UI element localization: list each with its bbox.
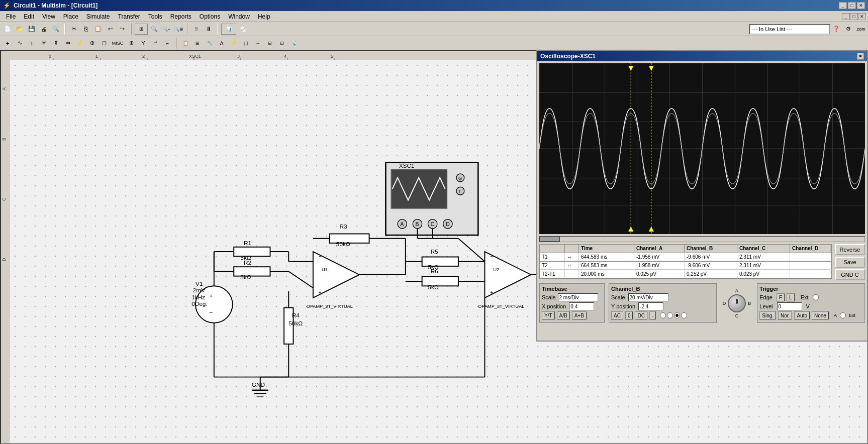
ext-label: Ext <box>801 294 809 300</box>
add-btn[interactable]: + <box>2 38 13 49</box>
ab-btn[interactable]: A/B <box>557 311 570 319</box>
menu-options[interactable]: Options <box>196 11 224 22</box>
node-btn[interactable]: ⊕ <box>86 38 98 49</box>
measure-btn[interactable]: ⊡ <box>276 38 287 49</box>
grapher-btn[interactable]: 📈 <box>237 24 248 35</box>
menu-help[interactable]: Help <box>254 11 274 22</box>
instrument-btn[interactable]: 📊 <box>221 24 236 35</box>
minimize-btn[interactable]: _ <box>839 2 847 9</box>
sing-btn[interactable]: Sing. <box>759 311 776 319</box>
rect-btn[interactable]: ◻ <box>99 38 110 49</box>
undo-btn[interactable]: ↩ <box>105 24 116 35</box>
updown-btn[interactable]: ⇕ <box>50 38 61 49</box>
apb-btn[interactable]: A+B <box>572 311 587 319</box>
menu-transfer[interactable]: Transfer <box>114 11 144 22</box>
chb-scale-input[interactable] <box>628 293 668 301</box>
menu-window[interactable]: Window <box>224 11 254 22</box>
menu-edit[interactable]: Edit <box>20 11 38 22</box>
yt-btn[interactable]: Y/T <box>542 311 555 319</box>
arrow-btn[interactable]: ↕ <box>26 38 37 49</box>
menu-simulate[interactable]: Simulate <box>82 11 114 22</box>
zoom-box-btn[interactable]: ⊞ <box>135 24 148 35</box>
ac-btn[interactable]: AC <box>611 311 623 319</box>
print-preview-btn[interactable]: 🔍 <box>50 24 61 35</box>
close-btn[interactable]: ✕ <box>857 2 865 9</box>
zero-btn[interactable]: 0 <box>625 311 633 319</box>
level-input[interactable] <box>777 302 802 310</box>
pause-btn[interactable]: ⏸ <box>203 24 214 35</box>
flip-btn[interactable]: ⇔ <box>62 38 73 49</box>
misc-btn[interactable]: MISC <box>111 38 125 49</box>
open-btn[interactable]: 📂 <box>14 24 25 35</box>
net-btn[interactable]: ∆ <box>216 38 227 49</box>
menu-place[interactable]: Place <box>59 11 82 22</box>
zoom-in-btn[interactable]: 🔍 <box>149 24 160 35</box>
cut-btn[interactable]: ✂ <box>68 24 79 35</box>
none-btn[interactable]: None <box>812 311 829 319</box>
wave-btn[interactable]: ∿ <box>14 38 25 49</box>
print-btn[interactable]: 🖨 <box>38 24 49 35</box>
maximize-btn[interactable]: □ <box>848 2 856 9</box>
nor-btn[interactable]: Nor. <box>778 311 792 319</box>
spreadsheet-btn[interactable]: 📋 <box>180 38 191 49</box>
zoom-out-btn[interactable]: 🔍− <box>161 24 172 35</box>
digital-btn[interactable]: ⁻ˡ <box>150 38 161 49</box>
radio-1[interactable] <box>660 312 666 318</box>
chb-ypos-input[interactable] <box>638 302 663 310</box>
osc-close-btn[interactable]: ✕ <box>857 53 864 60</box>
radio-2[interactable] <box>667 312 673 318</box>
probe-btn[interactable]: 📡 <box>288 38 300 49</box>
star-btn[interactable]: ✳ <box>38 38 49 49</box>
radio-3[interactable] <box>674 312 680 318</box>
help-btn[interactable]: ❓ <box>831 24 842 35</box>
xpos-input[interactable] <box>569 302 594 310</box>
component-btn[interactable]: ⚡ <box>74 38 85 49</box>
menu-reports[interactable]: Reports <box>166 11 196 22</box>
step-btn[interactable]: ⌐ <box>162 38 173 49</box>
sep5 <box>176 38 177 49</box>
grid-btn[interactable]: ⊞ <box>192 38 203 49</box>
redo-btn[interactable]: ↪ <box>117 24 128 35</box>
ab-knob[interactable] <box>728 294 746 312</box>
pcb-btn[interactable]: 🔧 <box>204 38 215 49</box>
gnd-btn[interactable]: GND C <box>835 269 865 280</box>
edge-rise-btn[interactable]: L <box>787 293 795 301</box>
settings-icon[interactable]: ⚙ <box>843 24 854 35</box>
scale-input[interactable] <box>558 293 598 301</box>
dc-btn[interactable]: DC <box>635 311 647 319</box>
layers-btn[interactable]: ⊟ <box>264 38 275 49</box>
scroll-thumb[interactable] <box>540 237 560 242</box>
menu-tools[interactable]: Tools <box>144 11 166 22</box>
copy-btn[interactable]: ⎘ <box>80 24 91 35</box>
annotation-btn[interactable]: ◫ <box>240 38 251 49</box>
meas-h-0 <box>540 245 565 253</box>
auto-btn[interactable]: Auto <box>794 311 810 319</box>
osc-title-bar[interactable]: Oscilloscope-XSC1 ✕ <box>537 51 867 61</box>
paste-btn[interactable]: 📋 <box>92 24 104 35</box>
reverse-btn[interactable]: Reverse <box>835 244 865 255</box>
zoom-full-btn[interactable]: 🔍⊕ <box>173 24 184 35</box>
inner-close[interactable]: ✕ <box>858 13 866 20</box>
new-btn[interactable]: 📄 <box>2 24 13 35</box>
inner-minimize[interactable]: _ <box>842 13 850 20</box>
in-use-list[interactable]: --- In Use List --- <box>749 24 830 34</box>
save-btn[interactable]: Save <box>835 257 865 268</box>
save-btn[interactable]: 💾 <box>26 24 37 35</box>
spice-btn[interactable]: ⚡ <box>228 38 239 49</box>
minus-btn[interactable]: - <box>649 311 656 319</box>
menu-file[interactable]: File <box>2 11 20 22</box>
arrow2-btn[interactable]: → <box>252 38 263 49</box>
level-row: Level V <box>759 302 862 310</box>
ext-radio[interactable] <box>813 294 819 300</box>
radio-4[interactable] <box>681 312 687 318</box>
y-btn[interactable]: Y <box>138 38 149 49</box>
ext-btn[interactable]: .com <box>855 24 866 35</box>
svg-text:R5: R5 <box>431 248 439 255</box>
menu-view[interactable]: View <box>38 11 59 22</box>
power-btn[interactable]: ⊕ <box>126 38 137 49</box>
run-btn[interactable]: ≡ <box>191 24 202 35</box>
edge-fall-btn[interactable]: F <box>777 293 785 301</box>
inner-maximize[interactable]: □ <box>850 13 858 20</box>
osc-scrollbar[interactable] <box>539 236 865 242</box>
trig-radio[interactable] <box>840 312 846 318</box>
